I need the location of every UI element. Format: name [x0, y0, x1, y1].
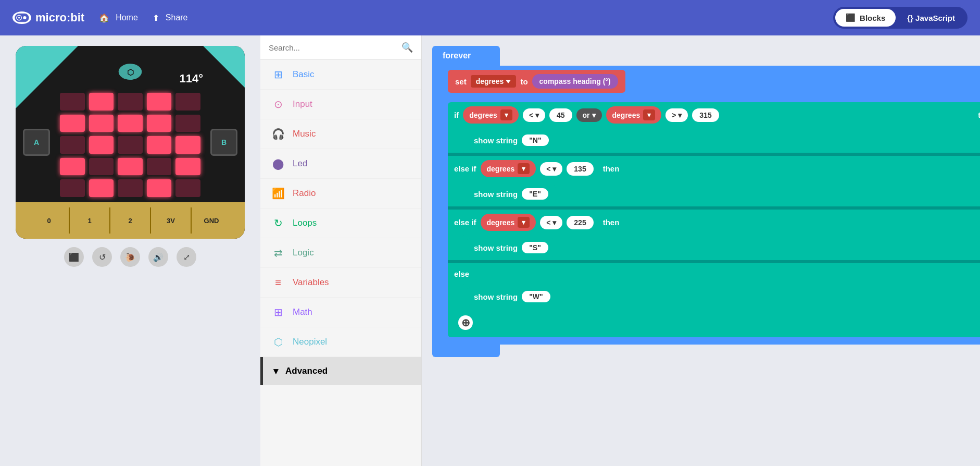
- logo: micro:bit: [12, 11, 84, 24]
- category-input[interactable]: ⊙ Input: [260, 90, 421, 119]
- add-else-if-button[interactable]: ⊕: [458, 315, 473, 330]
- led-4-4: [175, 179, 200, 197]
- category-radio[interactable]: 📶 Radio: [260, 179, 421, 209]
- degrees-condition-3[interactable]: degrees ▾: [481, 160, 536, 177]
- op-less-2[interactable]: < ▾: [540, 162, 562, 176]
- show-string-w[interactable]: show string "W": [467, 287, 558, 306]
- button-b[interactable]: B: [210, 129, 237, 156]
- fullscreen-button[interactable]: ⤢: [177, 247, 196, 267]
- basic-label: Basic: [293, 69, 315, 80]
- led-0-3: [147, 93, 172, 111]
- if-row: if degrees ▾ < ▾ 45 or ▾ degrees: [448, 102, 980, 128]
- show-string-s[interactable]: show string "S": [467, 238, 556, 257]
- forever-body: set degrees to compass heading (°) if: [432, 66, 980, 345]
- string-val-e[interactable]: "E": [522, 188, 548, 200]
- else-if-row-1: else if degrees ▾ < ▾ 135 then −: [448, 156, 980, 181]
- javascript-button[interactable]: {} JavaScript: [897, 9, 965, 27]
- pin-0: 0: [31, 217, 67, 225]
- input-label: Input: [293, 99, 312, 109]
- category-variables[interactable]: ≡ Variables: [260, 268, 421, 298]
- if-body-2: show string "E": [462, 181, 980, 206]
- category-neopixel[interactable]: ⬡ Neopixel: [260, 327, 421, 357]
- pin-gnd: GND: [194, 217, 229, 225]
- led-3-2: [118, 158, 143, 176]
- category-logic[interactable]: ⇄ Logic: [260, 238, 421, 268]
- then-label-1: then: [978, 111, 980, 119]
- header: micro:bit 🏠 Home ⬆ Share ⬛ Blocks {} Jav…: [0, 0, 980, 35]
- music-label: Music: [293, 129, 316, 139]
- logic-label: Logic: [293, 248, 314, 258]
- led-0-4: [175, 93, 200, 111]
- forever-block[interactable]: forever: [432, 46, 500, 66]
- op-less-3[interactable]: < ▾: [540, 216, 562, 229]
- if-body-1: show string "N": [462, 128, 980, 153]
- neopixel-icon: ⬡: [271, 335, 285, 349]
- search-input[interactable]: [269, 43, 401, 52]
- cond2-dropdown[interactable]: ▾: [643, 109, 655, 120]
- category-music[interactable]: 🎧 Music: [260, 119, 421, 149]
- category-loops[interactable]: ↻ Loops: [260, 209, 421, 238]
- string-val-n[interactable]: "N": [522, 134, 548, 146]
- workspace[interactable]: forever set degrees to compass heading (…: [422, 35, 980, 466]
- logo-text: micro:bit: [35, 11, 84, 24]
- math-label: Math: [293, 307, 312, 317]
- show-string-n[interactable]: show string "N": [467, 131, 556, 150]
- degrees-condition-4[interactable]: degrees ▾: [481, 214, 536, 231]
- degree-display: 114°: [179, 72, 203, 85]
- slow-motion-button[interactable]: 🐌: [120, 247, 140, 267]
- restart-button[interactable]: ↺: [92, 247, 112, 267]
- svg-point-3: [23, 16, 26, 19]
- val-135[interactable]: 135: [567, 162, 593, 176]
- category-led[interactable]: ⬤ Led: [260, 149, 421, 179]
- string-val-s[interactable]: "S": [522, 242, 548, 253]
- op-less-1[interactable]: < ▾: [523, 108, 545, 122]
- led-2-0: [60, 136, 85, 154]
- category-math[interactable]: ⊞ Math: [260, 298, 421, 327]
- share-nav[interactable]: ⬆ Share: [150, 13, 188, 23]
- input-icon: ⊙: [271, 97, 285, 112]
- pin-3v: 3V: [153, 217, 189, 225]
- val-225[interactable]: 225: [567, 216, 593, 229]
- val-315[interactable]: 315: [692, 108, 719, 122]
- home-icon: 🏠: [99, 13, 109, 23]
- sound-button[interactable]: 🔊: [148, 247, 168, 267]
- val-45[interactable]: 45: [549, 108, 572, 122]
- simulator-panel: ⬡ 114° A B 0 1 2 3V: [0, 35, 260, 466]
- blocks-button[interactable]: ⬛ Blocks: [835, 9, 896, 27]
- led-3-4: [175, 158, 200, 176]
- radio-label: Radio: [293, 188, 316, 199]
- device-pins: 0 1 2 3V GND: [16, 202, 245, 239]
- op-greater-1[interactable]: > ▾: [665, 108, 688, 122]
- category-basic[interactable]: ⊞ Basic: [260, 60, 421, 90]
- stop-button[interactable]: ⬛: [64, 247, 84, 267]
- view-toggle: ⬛ Blocks {} JavaScript: [833, 7, 968, 29]
- show-string-e[interactable]: show string "E": [467, 185, 556, 203]
- led-1-3: [147, 115, 172, 132]
- blocks-area: forever set degrees to compass heading (…: [432, 46, 980, 357]
- cond1-dropdown[interactable]: ▾: [500, 109, 512, 120]
- degrees-dropdown[interactable]: degrees: [471, 75, 517, 88]
- svg-text:⬡: ⬡: [127, 68, 134, 77]
- microbit-device: ⬡ 114° A B 0 1 2 3V: [16, 46, 245, 239]
- degrees-condition-2[interactable]: degrees ▾: [606, 106, 662, 124]
- led-4-1: [89, 179, 114, 197]
- home-nav[interactable]: 🏠 Home: [97, 13, 138, 23]
- music-icon: 🎧: [271, 127, 285, 141]
- button-a[interactable]: A: [23, 129, 50, 156]
- led-0-0: [60, 93, 85, 111]
- degrees-condition-1[interactable]: degrees ▾: [463, 106, 519, 124]
- led-4-2: [118, 179, 143, 197]
- set-block[interactable]: set degrees to compass heading (°): [448, 70, 625, 93]
- sim-controls: ⬛ ↺ 🐌 🔊 ⤢: [64, 247, 196, 267]
- led-3-1: [89, 158, 114, 176]
- btn-a-label: A: [34, 138, 39, 146]
- search-button[interactable]: 🔍: [401, 42, 413, 53]
- category-advanced[interactable]: ▾ Advanced: [260, 357, 421, 385]
- category-list: ⊞ Basic ⊙ Input 🎧 Music ⬤ Led 📶 Radio ↻: [260, 60, 421, 466]
- compass-block[interactable]: compass heading (°): [532, 74, 618, 89]
- home-label: Home: [116, 13, 138, 22]
- or-connector[interactable]: or ▾: [576, 108, 602, 122]
- logic-icon: ⇄: [271, 246, 285, 260]
- blocks-icon: ⬛: [846, 13, 856, 22]
- string-val-w[interactable]: "W": [522, 291, 550, 302]
